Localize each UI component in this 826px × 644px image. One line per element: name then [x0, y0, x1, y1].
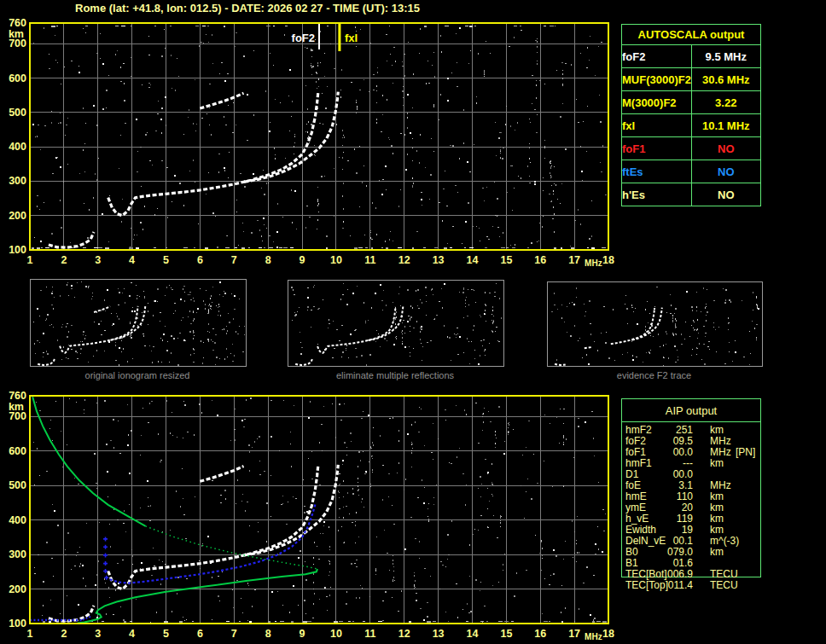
svg-text:1: 1 — [27, 628, 33, 640]
fof2-marker-line — [318, 24, 320, 49]
autoscala-param-label: foF1 — [622, 137, 692, 160]
svg-text:12: 12 — [398, 628, 410, 640]
ionogram-echo-traces — [49, 92, 338, 248]
grid-lines — [30, 23, 608, 250]
svg-text:6: 6 — [197, 254, 203, 266]
svg-text:7: 7 — [231, 628, 237, 640]
autoscala-param-value: 9.5 MHz — [691, 45, 761, 68]
autoscala-param-label: foF2 — [622, 45, 692, 68]
svg-text:17: 17 — [568, 254, 580, 266]
svg-text:14: 14 — [467, 628, 479, 640]
svg-text:16: 16 — [534, 254, 546, 266]
autoscala-param-value: NO — [691, 183, 761, 206]
aip-row-tectop: TEC[Top]011.4TECU — [621, 580, 761, 591]
autoscala-header: AUTOSCALA output — [622, 25, 761, 45]
thumb-e-trace — [295, 359, 312, 365]
svg-text:7: 7 — [231, 254, 237, 266]
svg-text:300: 300 — [9, 175, 26, 187]
svg-text:16: 16 — [534, 628, 546, 640]
aip-output-rows: hmF2251kmfoF209.5MHzfoF100.0MHz[PN]hmF1-… — [621, 425, 761, 604]
fxi-marker-label: fxI — [345, 32, 358, 44]
autoscala-param-value: 30.6 MHz — [691, 68, 761, 91]
autoscala-param-value: 3.22 — [691, 91, 761, 114]
fxi-marker-line — [338, 24, 340, 51]
aip-param-unit: TECU — [710, 580, 738, 591]
svg-text:1: 1 — [27, 254, 33, 266]
svg-text:3: 3 — [95, 628, 101, 640]
thumbnail-2 — [288, 280, 504, 367]
thumbnail-caption-2: eliminate multiple reflections — [288, 370, 503, 380]
svg-text:100: 100 — [9, 618, 26, 629]
autoscala-row-muf3000f2: MUF(3000)F230.6 MHz — [622, 68, 761, 91]
autoscala-row-m3000f2: M(3000)F23.22 — [622, 91, 761, 114]
edge-noise-dashes — [43, 621, 607, 623]
second-hop-trace — [200, 93, 243, 108]
svg-text:8: 8 — [265, 628, 271, 640]
f2-extraordinary-trace — [244, 465, 338, 555]
svg-text:14: 14 — [467, 254, 479, 266]
f2-ordinary-trace — [108, 92, 318, 215]
svg-text:3: 3 — [95, 254, 101, 266]
top-ionogram-plot: foF2fxI760700600500400300200100km1234567… — [0, 17, 623, 268]
svg-text:5: 5 — [163, 254, 169, 266]
svg-text:760: 760 — [9, 17, 26, 29]
autoscala-param-value: NO — [691, 137, 761, 160]
svg-text:12: 12 — [398, 254, 410, 266]
autoscala-param-label: MUF(3000)F2 — [622, 68, 692, 91]
svg-text:4: 4 — [129, 254, 135, 266]
svg-text:760: 760 — [9, 390, 26, 402]
thumb-e-bits — [555, 364, 566, 365]
autoscala-row-fxi: fxI10.1 MHz — [622, 114, 761, 137]
autoscala-window: Rome (lat: +41.8, lon: 012.5) - DATE: 20… — [0, 0, 826, 644]
svg-text:2: 2 — [61, 628, 67, 640]
svg-text:18: 18 — [602, 628, 614, 640]
autoscala-param-label: M(3000)F2 — [622, 91, 692, 114]
svg-text:500: 500 — [9, 479, 26, 491]
autoscala-row-ftes: ftEsNO — [622, 160, 761, 183]
autoscala-param-value: 10.1 MHz — [691, 114, 761, 137]
scaled-frequency-markers: foF2fxI — [292, 24, 358, 51]
svg-text:9: 9 — [300, 628, 305, 640]
thumbnail-3 — [547, 281, 763, 367]
f2-extraordinary-trace — [244, 92, 338, 183]
autoscala-output-table: AUTOSCALA outputfoF29.5 MHzMUF(3000)F230… — [621, 24, 761, 206]
aip-output-header: AIP output — [622, 399, 760, 422]
svg-text:4: 4 — [129, 628, 135, 640]
svg-text:11: 11 — [364, 254, 375, 266]
svg-text:11: 11 — [364, 628, 375, 640]
thumb-x-trace — [368, 306, 403, 340]
aip-param-extra: [PN] — [736, 447, 755, 458]
axis-tick-labels: 760700600500400300200100km12345678910111… — [9, 17, 614, 268]
noise-speckles — [551, 287, 759, 366]
svg-text:13: 13 — [433, 254, 445, 266]
svg-text:500: 500 — [9, 107, 26, 119]
autoscala-param-label: fxI — [622, 114, 692, 137]
svg-text:10: 10 — [330, 628, 342, 640]
svg-text:200: 200 — [9, 210, 26, 222]
thumbnail-caption-1: original ionogram resized — [30, 370, 245, 380]
svg-text:18: 18 — [602, 254, 614, 266]
svg-text:600: 600 — [9, 445, 26, 457]
svg-text:100: 100 — [9, 244, 26, 256]
svg-text:15: 15 — [500, 254, 512, 266]
e-layer-trace — [49, 232, 94, 247]
thumb-o-trace — [611, 308, 654, 344]
svg-text:13: 13 — [433, 628, 445, 640]
svg-text:MHz: MHz — [585, 632, 602, 641]
autoscala-row-hes: h'EsNO — [622, 183, 761, 206]
autoscala-param-label: h'Es — [622, 183, 692, 206]
edge-noise-dashes — [32, 247, 606, 249]
aip-param-unit: km — [710, 458, 724, 469]
autoscala-row-fof2: foF29.5 MHz — [622, 45, 761, 68]
aip-param-value: 011.4 — [650, 580, 693, 591]
thumb-x-trace — [110, 306, 145, 340]
svg-text:200: 200 — [9, 583, 26, 595]
autoscala-param-value: NO — [691, 160, 761, 183]
svg-text:8: 8 — [265, 254, 271, 266]
thumbnail-1 — [30, 279, 247, 367]
fof2-marker-label: foF2 — [292, 32, 315, 44]
aip-param-unit: km — [710, 547, 724, 558]
f2-ordinary-trace — [108, 466, 318, 589]
svg-text:9: 9 — [300, 254, 305, 266]
svg-text:2: 2 — [61, 254, 67, 266]
